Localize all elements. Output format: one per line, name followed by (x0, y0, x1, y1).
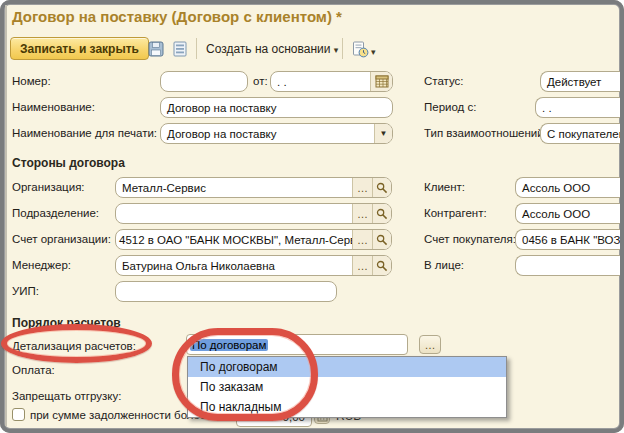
manager-input[interactable]: Батурина Ольга Николаевна … (115, 255, 392, 276)
date-input[interactable]: . . (270, 71, 393, 92)
status-label: Статус: (424, 75, 464, 87)
buyer-account-value: 0456 в БАНК "ВОЗРО (516, 234, 620, 246)
window-frame: Договор на поставку (Договор с клиентом)… (0, 0, 624, 433)
uip-label: УИП: (12, 285, 39, 297)
relation-type-value: С покупателем (541, 128, 620, 140)
relation-type-input[interactable]: С покупателем (540, 123, 620, 144)
debt-checkbox-label: при сумме задолженности более (30, 409, 206, 421)
organization-input[interactable]: Металл-Сервис … (115, 177, 392, 198)
org-account-label: Счет организации: (12, 233, 111, 245)
date-placeholder: . . (271, 76, 370, 88)
forbid-shipment-label: Запрещать отгрузку: (12, 390, 121, 402)
period-placeholder: . . (536, 102, 620, 114)
print-name-value: Договор на поставку (161, 128, 374, 140)
frame-inner-edge (5, 5, 7, 426)
print-name-combobox[interactable]: Договор на поставку ▼ (160, 123, 393, 144)
department-label: Подразделение: (12, 207, 99, 219)
counterparty-value: Ассоль ООО (516, 208, 620, 220)
buyer-account-label: Счет покупателя: (424, 233, 516, 245)
save-and-close-label: Записать и закрыть (20, 42, 139, 56)
manager-value: Батурина Ольга Николаевна (116, 260, 352, 272)
status-input[interactable]: Действует (540, 71, 620, 92)
page-title: Договор на поставку (Договор с клиентом)… (12, 8, 342, 25)
create-document-menu-arrow[interactable]: ▾ (371, 44, 376, 58)
print-name-label: Наименование для печати: (12, 127, 157, 139)
calendar-icon[interactable] (370, 72, 392, 91)
save-icon[interactable] (146, 40, 166, 58)
list-icon[interactable] (170, 40, 190, 58)
magnifier-icon[interactable] (372, 230, 391, 249)
toolbar-separator (196, 38, 197, 59)
department-input[interactable]: … (115, 203, 392, 224)
status-value: Действует (541, 76, 620, 88)
magnifier-icon[interactable] (372, 178, 391, 197)
magnifier-icon[interactable] (372, 256, 391, 275)
period-input[interactable]: . . (535, 97, 620, 118)
parties-section-title: Стороны договора (12, 156, 125, 170)
field-buttons: … (352, 204, 391, 223)
counterparty-label: Контрагент: (424, 207, 487, 219)
period-label: Период с: (424, 101, 476, 113)
buyer-account-input[interactable]: 0456 в БАНК "ВОЗРО (515, 229, 620, 250)
debt-checkbox[interactable] (12, 408, 25, 421)
ellipsis-button[interactable]: … (353, 230, 372, 249)
org-account-value: 4512 в ОАО "БАНК МОСКВЫ", Металл-Сервис (116, 234, 352, 246)
manager-label: Менеджер: (12, 259, 71, 271)
number-label: Номер: (12, 75, 51, 87)
save-and-close-button[interactable]: Записать и закрыть (10, 37, 149, 60)
number-input[interactable] (160, 71, 248, 92)
create-based-on-label: Создать на основании (206, 42, 331, 56)
name-input[interactable]: Договор на поставку (160, 97, 393, 118)
payment-label: Оплата: (12, 364, 55, 376)
screenshot-root: Договор на поставку (Договор с клиентом)… (0, 0, 624, 433)
create-based-on-button[interactable]: Создать на основании ▾ (206, 42, 338, 56)
date-label: от: (253, 75, 268, 87)
in-person-input[interactable] (515, 255, 620, 276)
organization-value: Металл-Сервис (116, 182, 352, 194)
ellipsis-button[interactable]: … (353, 178, 372, 197)
ellipsis-button[interactable]: … (353, 256, 372, 275)
magnifier-icon[interactable] (372, 204, 391, 223)
document-clock-icon[interactable] (350, 40, 370, 58)
org-account-input[interactable]: 4512 в ОАО "БАНК МОСКВЫ", Металл-Сервис … (115, 229, 392, 250)
field-buttons: … (352, 256, 391, 275)
combo-arrow-icon[interactable]: ▼ (374, 124, 392, 143)
uip-input[interactable] (115, 281, 337, 302)
ellipsis-button[interactable]: … (353, 204, 372, 223)
ellipsis-button[interactable]: … (419, 335, 441, 354)
client-input[interactable]: Ассоль ООО (515, 177, 620, 198)
red-annotation-rounded-rect (172, 328, 318, 421)
name-value: Договор на поставку (161, 102, 392, 114)
field-buttons: … (352, 230, 391, 249)
name-label: Наименование: (12, 101, 95, 113)
client-value: Ассоль ООО (516, 182, 620, 194)
in-person-label: В лице: (424, 259, 464, 271)
toolbar-separator (342, 38, 343, 59)
red-annotation-ellipse (1, 324, 152, 363)
chevron-down-icon: ▾ (334, 45, 339, 55)
field-buttons: … (352, 178, 391, 197)
chevron-down-icon: ▾ (371, 47, 376, 57)
client-label: Клиент: (424, 181, 465, 193)
counterparty-input[interactable]: Ассоль ООО (515, 203, 620, 224)
organization-label: Организация: (12, 181, 85, 193)
relation-type-label: Тип взаимоотношений: (424, 127, 547, 139)
